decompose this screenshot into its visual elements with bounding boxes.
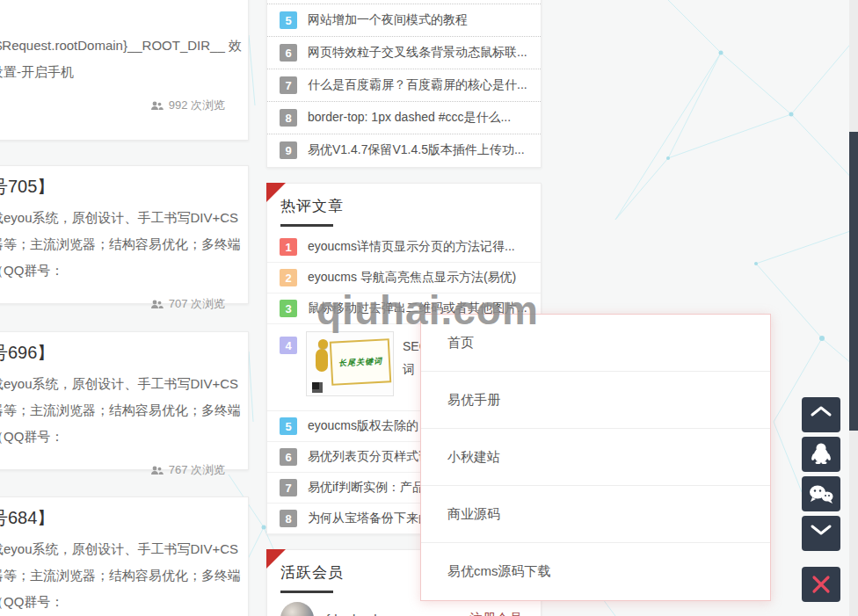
- post-card[interactable]: 号684】载eyou系统，原创设计、手工书写DIV+CS器等；主流浏览器；结构容…: [0, 496, 249, 616]
- post-title[interactable]: 号705】: [0, 173, 225, 199]
- ranked-item-title[interactable]: 网站增加一个夜间模式的教程: [308, 12, 530, 28]
- post-views: 992 次浏览: [0, 98, 225, 113]
- section-title: 活跃会员: [280, 564, 344, 581]
- post-card[interactable]: {$Request.rootDomain}__ROOT_DIR__ 效设置-开启…: [0, 0, 249, 141]
- post-excerpt-line: {$Request.rootDomain}__ROOT_DIR__ 效: [0, 33, 225, 59]
- member-avatar[interactable]: [280, 602, 314, 616]
- page-canvas: {$Request.rootDomain}__ROOT_DIR__ 效设置-开启…: [0, 0, 858, 616]
- ranked-item-title[interactable]: 易优V1.4.7保留V1.4.5版本插件上传功...: [308, 142, 530, 158]
- ranked-item-title[interactable]: 什么是百度霸屏？百度霸屏的核心是什...: [308, 77, 530, 93]
- scrollbar-thumb[interactable]: [849, 132, 858, 431]
- post-excerpt-line: 载eyou系统，原创设计、手工书写DIV+CS: [0, 205, 225, 231]
- ranked-list-item[interactable]: 6网页特效粒子交叉线条背景动态鼠标联...: [267, 36, 541, 69]
- post-title[interactable]: 号684】: [0, 504, 225, 531]
- rank-badge: 6: [280, 44, 297, 62]
- wechat-icon: [802, 480, 840, 508]
- ranked-list-item[interactable]: 9易优V1.4.7保留V1.4.5版本插件上传功...: [267, 134, 541, 166]
- hot-comment-item-title[interactable]: eyoucms详情页显示分页的方法记得...: [308, 239, 530, 255]
- rank-badge: 5: [280, 11, 297, 29]
- section-underline: [280, 591, 333, 593]
- post-excerpt-line: 载eyou系统，原创设计、手工书写DIV+CS: [0, 371, 225, 397]
- hot-comment-item[interactable]: 2eyoucms 导航高亮焦点显示方法(易优): [267, 263, 541, 294]
- section-header: 热评文章: [267, 184, 541, 227]
- wechat-contact-button[interactable]: [802, 476, 840, 511]
- close-icon: [802, 570, 840, 598]
- hot-articles-list-card: 5网站增加一个夜间模式的教程6网页特效粒子交叉线条背景动态鼠标联...7什么是百…: [266, 0, 542, 168]
- views-count: 992 次浏览: [169, 98, 225, 113]
- page-scrollbar[interactable]: [849, 0, 858, 616]
- post-excerpt-line: 器等；主流浏览器；结构容易优化；多终端: [0, 397, 225, 424]
- thumbnail-whiteboard: 长尾关键词: [330, 338, 392, 385]
- post-card[interactable]: 号696】载eyou系统，原创设计、手工书写DIV+CS器等；主流浏览器；结构容…: [0, 331, 249, 470]
- post-title[interactable]: 号696】: [0, 339, 225, 366]
- member-name[interactable]: fdrsdsada: [326, 612, 384, 616]
- qr-code: [309, 380, 323, 393]
- post-excerpt-line: 器等；主流浏览器；结构容易优化；多终端: [0, 562, 225, 589]
- ranked-list-item[interactable]: 7什么是百度霸屏？百度霸屏的核心是什...: [267, 69, 541, 101]
- section-title: 热评文章: [280, 198, 344, 214]
- overlay-nav-menu: 首页易优手册小秋建站商业源码易优cms源码下载: [420, 314, 771, 601]
- rank-badge: 4: [280, 337, 297, 354]
- rank-badge: 7: [280, 76, 297, 94]
- post-excerpt-line: （QQ群号：: [0, 257, 225, 284]
- qq-icon: [802, 440, 840, 468]
- rank-badge: 8: [280, 510, 297, 527]
- ranked-item-title[interactable]: border-top: 1px dashed #ccc是什么...: [308, 110, 530, 126]
- viewers-icon: [150, 100, 164, 112]
- member-level-badge: 注册会员: [469, 611, 522, 616]
- section-underline: [280, 224, 333, 227]
- member-rows: fdrsdsada注册会员: [267, 602, 541, 616]
- member-row: fdrsdsada注册会员: [267, 602, 541, 616]
- views-count: 767 次浏览: [169, 462, 225, 478]
- article-thumbnail[interactable]: 长尾关键词: [306, 331, 394, 396]
- scroll-down-button[interactable]: [802, 516, 840, 551]
- post-views: 767 次浏览: [0, 462, 225, 478]
- ranked-list-item[interactable]: 8border-top: 1px dashed #ccc是什么...: [267, 101, 541, 134]
- menu-item-3[interactable]: 小秋建站: [421, 429, 770, 486]
- rank-badge: 7: [280, 479, 297, 496]
- menu-item-5[interactable]: 易优cms源码下载: [421, 543, 770, 600]
- viewers-icon: [150, 465, 164, 476]
- hot-comment-item-title[interactable]: eyoucms 导航高亮焦点显示方法(易优): [308, 270, 530, 286]
- hot-comment-item[interactable]: 1eyoucms详情页显示分页的方法记得...: [267, 232, 541, 263]
- post-views: 707 次浏览: [0, 296, 225, 312]
- qq-contact-button[interactable]: [802, 437, 840, 472]
- ranked-item-title[interactable]: 网页特效粒子交叉线条背景动态鼠标联...: [308, 45, 530, 61]
- post-card[interactable]: 号705】载eyou系统，原创设计、手工书写DIV+CS器等；主流浏览器；结构容…: [0, 165, 249, 304]
- thumbnail-figure: [318, 339, 328, 349]
- thumbnail-caption: 长尾关键词: [338, 355, 383, 369]
- post-excerpt-line: 设置-开启手机: [0, 59, 225, 85]
- viewers-icon: [150, 299, 164, 310]
- views-count: 707 次浏览: [169, 296, 225, 312]
- post-excerpt-line: 载eyou系统，原创设计、手工书写DIV+CS: [0, 536, 225, 562]
- rank-badge: 5: [280, 417, 297, 435]
- rank-badge: 8: [280, 109, 297, 127]
- post-excerpt-line: （QQ群号：: [0, 424, 225, 450]
- rank-badge: 2: [280, 269, 297, 286]
- menu-item-2[interactable]: 易优手册: [421, 372, 770, 429]
- post-excerpt-line: 器等；主流浏览器；结构容易优化；多终端: [0, 231, 225, 257]
- menu-item-1[interactable]: 首页: [421, 315, 770, 372]
- rank-badge: 3: [280, 300, 297, 317]
- post-excerpt-line: （QQ群号：: [0, 589, 225, 615]
- thumbnail-figure: [316, 349, 328, 372]
- rank-badge: 6: [280, 448, 297, 466]
- chevron-up-icon: [802, 401, 840, 429]
- ranked-list-item[interactable]: 5网站增加一个夜间模式的教程: [267, 4, 541, 36]
- scroll-top-button[interactable]: [802, 397, 840, 432]
- chevron-down-icon: [802, 519, 840, 547]
- close-widget-button[interactable]: [802, 567, 840, 602]
- rank-badge: 1: [280, 238, 297, 256]
- rank-badge: 9: [280, 141, 297, 159]
- menu-item-4[interactable]: 商业源码: [421, 486, 770, 543]
